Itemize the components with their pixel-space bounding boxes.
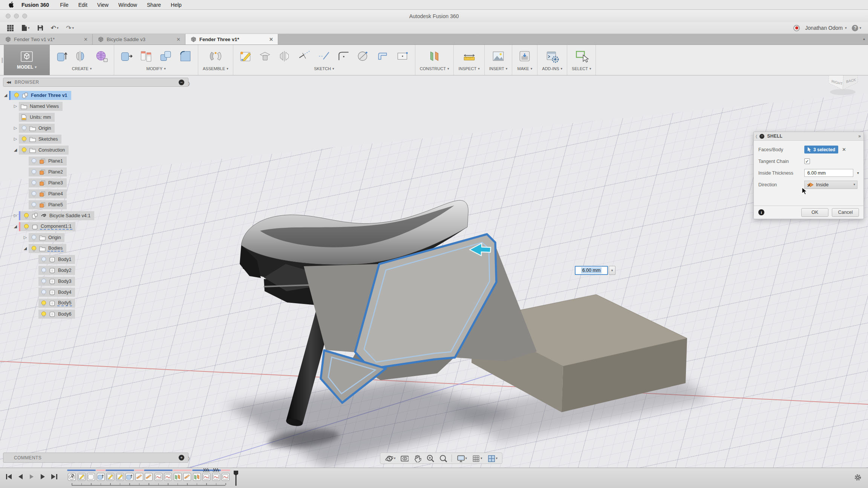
comments-panel-bar[interactable]: COMMENTS + ❭ [3, 453, 188, 463]
timeline-feature-body[interactable] [87, 473, 95, 481]
fillet-button[interactable] [178, 48, 193, 64]
tree-item-chip[interactable]: Plane1 [29, 157, 67, 166]
tree-item-label[interactable]: Named Views [29, 104, 60, 109]
thickness-dimension-input[interactable]: 6.00 mm [575, 266, 608, 275]
ribbon-group-label[interactable]: SELECT▾ [572, 66, 591, 71]
ribbon-group-label[interactable]: MAKE▾ [517, 66, 532, 71]
tree-item-component1-1[interactable]: ◢Component1:1 [0, 221, 196, 232]
visibility-bulb-off-icon[interactable] [40, 267, 47, 273]
tree-item-label[interactable]: Body3 [57, 279, 72, 284]
tree-item-body1[interactable]: Body1 [0, 254, 196, 265]
make-print-button[interactable] [517, 48, 533, 64]
project-button[interactable] [257, 48, 273, 64]
timeline-settings-gear-icon[interactable] [854, 473, 862, 482]
menu-window[interactable]: Window [113, 2, 142, 8]
tree-item-chip[interactable]: Plane2 [29, 167, 67, 176]
corner-fillet-button[interactable] [336, 48, 352, 64]
sketch-circle-button[interactable] [355, 48, 371, 64]
ribbon-group-label[interactable]: CONSTRUCT▾ [420, 66, 449, 71]
construction-line2-button[interactable] [316, 48, 332, 64]
expander-open-icon[interactable]: ◢ [2, 93, 9, 98]
tree-item-chip[interactable]: Plane5 [29, 200, 67, 209]
timeline-feature-loft[interactable] [183, 473, 191, 481]
ribbon-group-label[interactable]: CREATE▾ [72, 66, 92, 71]
tree-item-chip[interactable]: Body2 [38, 266, 75, 275]
visibility-bulb-off-icon[interactable] [30, 180, 37, 186]
tree-item-construction[interactable]: ◢Construction [0, 144, 196, 155]
tree-item-label[interactable]: Bodies [47, 246, 63, 252]
visibility-bulb-off-icon[interactable] [30, 158, 37, 164]
tree-item-chip[interactable]: Named Views [19, 102, 63, 111]
close-tab-icon[interactable]: ✕ [268, 37, 274, 42]
tree-item-label[interactable]: Origin [38, 126, 52, 131]
visibility-bulb-off-icon[interactable] [30, 190, 37, 197]
tree-item-label[interactable]: Body1 [57, 257, 72, 262]
tree-item-label[interactable]: Body4 [57, 290, 72, 295]
tree-item-chip[interactable]: Bodies [29, 244, 66, 253]
extrude-button[interactable] [54, 48, 70, 64]
tree-item-plane5[interactable]: Plane5 [0, 199, 196, 210]
revolve-button[interactable] [74, 48, 90, 64]
step-back-button[interactable] [17, 473, 24, 481]
expander-closed-icon[interactable]: ▷ [12, 126, 19, 130]
step-forward-button[interactable] [39, 473, 47, 481]
document-tab-2[interactable]: Bicycle Saddle v3✕ [93, 34, 185, 45]
viewports-tool-button[interactable]: ▾ [485, 454, 499, 462]
timeline-feature-loft[interactable] [135, 473, 143, 481]
visibility-bulb-off-icon[interactable] [40, 256, 47, 262]
timeline-feature-patch[interactable] [202, 473, 210, 481]
ribbon-group-label[interactable]: SKETCH▾ [314, 66, 334, 71]
combine-button[interactable] [158, 48, 174, 64]
sketch-rect-button[interactable] [395, 48, 410, 64]
menu-share[interactable]: Share [142, 2, 166, 8]
timeline-position-marker[interactable] [233, 470, 239, 486]
expander-closed-icon[interactable]: ▷ [22, 235, 29, 240]
tree-item-bicycle-saddle-v4-1[interactable]: ▷Bicycle Saddle v4:1 [0, 210, 196, 221]
timeline-feature-extrude[interactable] [97, 473, 105, 481]
select-button[interactable] [574, 48, 589, 64]
tree-item-bodies[interactable]: ◢Bodies [0, 243, 196, 254]
menu-fusion-360[interactable]: Fusion 360 [17, 2, 55, 8]
timeline-feature-patch[interactable] [155, 473, 162, 481]
timeline-feature-patch[interactable] [212, 473, 220, 481]
save-button[interactable] [35, 24, 46, 32]
ribbon-group-label[interactable]: INSERT▾ [489, 66, 508, 71]
tree-item-plane2[interactable]: Plane2 [0, 166, 196, 177]
dimension-dropdown-button[interactable]: ▾ [609, 266, 615, 275]
menu-view[interactable]: View [92, 2, 113, 8]
timeline-feature-patch[interactable] [222, 473, 230, 481]
dialog-menu-icon[interactable]: − [759, 134, 764, 139]
menu-help[interactable]: Help [166, 2, 187, 8]
tree-item-chip[interactable]: Component1:1 [19, 222, 75, 231]
ribbon-group-label[interactable]: ASSEMBLE▾ [203, 66, 228, 71]
ribbon-group-label[interactable]: MODIFY▾ [146, 66, 165, 71]
display-tool-button[interactable]: ▾ [455, 454, 469, 462]
visibility-bulb-on-icon[interactable] [23, 212, 30, 219]
file-menu-button[interactable]: ▾ [19, 24, 32, 32]
timeline-feature-link[interactable] [68, 473, 76, 481]
tree-item-label[interactable]: Fender Three v1 [30, 93, 68, 98]
timeline-feature-loft[interactable] [145, 473, 153, 481]
help-menu[interactable]: ?▾ [852, 25, 861, 31]
browser-options-icon[interactable]: − [179, 80, 184, 85]
tree-item-sketches[interactable]: ▷Sketches [0, 134, 196, 144]
tree-item-label[interactable]: Plane4 [47, 191, 64, 196]
expander-open-icon[interactable]: ◢ [12, 224, 19, 229]
press-pull-button[interactable] [119, 48, 135, 64]
visibility-bulb-on-icon[interactable] [40, 311, 47, 317]
tree-item-chip[interactable]: Body5 [38, 299, 75, 308]
visibility-bulb-off-icon[interactable] [20, 125, 28, 131]
tree-item-chip[interactable]: Plane3 [29, 178, 67, 187]
undo-button[interactable]: ↶▾ [49, 23, 61, 33]
tree-item-label[interactable]: Plane1 [47, 158, 64, 164]
tree-item-label[interactable]: Plane3 [47, 180, 64, 186]
lookat-tool-button[interactable] [399, 454, 410, 462]
direction-dropdown[interactable]: Inside ▾ [804, 181, 857, 189]
workspace-selector[interactable]: MODEL▾ [4, 45, 50, 75]
tree-item-chip[interactable]: Origin [19, 124, 55, 133]
ribbon-group-label[interactable]: ADD-INS▾ [542, 66, 562, 71]
browser-resize-nub[interactable]: ❭ [187, 81, 191, 86]
tree-item-body5[interactable]: Body5 [0, 298, 196, 308]
clear-selection-icon[interactable]: ✕ [842, 147, 846, 152]
browser-header[interactable]: ◀◀ BROWSER − ❭ [3, 78, 188, 87]
